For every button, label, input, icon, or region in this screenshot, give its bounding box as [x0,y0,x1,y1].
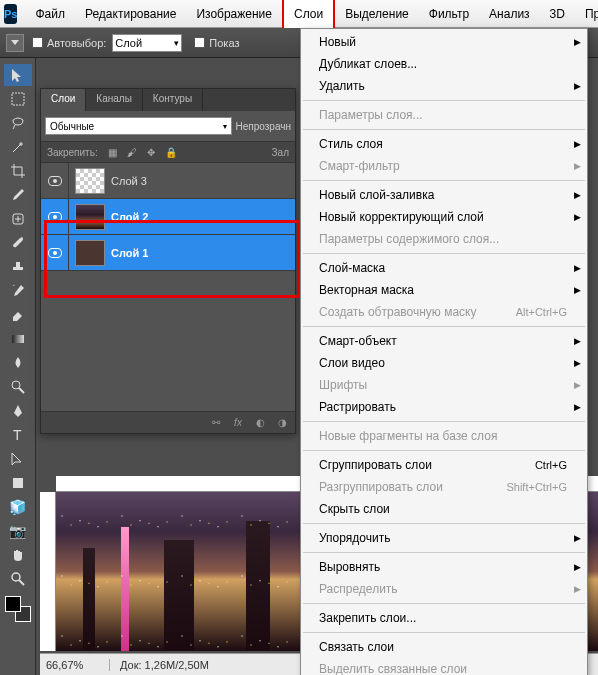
path-tool[interactable] [4,448,32,470]
blur-tool[interactable] [4,352,32,374]
menu-изображение[interactable]: Изображение [186,0,282,27]
visibility-toggle[interactable] [41,235,69,270]
menu-про[interactable]: Про [575,0,598,27]
autoselect-checkbox[interactable] [32,37,43,48]
visibility-toggle[interactable] [41,199,69,234]
visibility-toggle[interactable] [41,163,69,198]
dodge-tool[interactable] [4,376,32,398]
gradient-tool[interactable] [4,328,32,350]
wand-tool[interactable] [4,136,32,158]
menu-item-label: Параметры слоя... [319,108,423,122]
mask-icon[interactable]: ◐ [253,417,267,428]
menu-3d[interactable]: 3D [540,0,575,27]
menu-слои[interactable]: Слои [282,0,335,28]
layer-row[interactable]: Слой 2 [41,199,295,235]
adjustment-icon[interactable]: ◑ [275,417,289,428]
submenu-arrow-icon: ▶ [574,380,581,390]
autoselect-select[interactable]: Слой [112,34,182,52]
crop-tool[interactable] [4,160,32,182]
menu-separator [303,129,585,130]
menu-файл[interactable]: Файл [25,0,75,27]
menu-item[interactable]: Скрыть слои [301,498,587,520]
menu-item[interactable]: Новый▶ [301,31,587,53]
stamp-tool[interactable] [4,256,32,278]
layer-row[interactable]: Слой 3 [41,163,295,199]
tool-preset-picker[interactable] [6,34,24,52]
submenu-arrow-icon: ▶ [574,81,581,91]
lock-transparent-icon[interactable]: ▦ [108,147,117,158]
menu-item-label: Стиль слоя [319,137,383,151]
layer-name[interactable]: Слой 1 [111,247,148,259]
menu-item-label: Смарт-фильтр [319,159,400,173]
lock-pixels-icon[interactable]: 🖌 [127,147,137,158]
layer-thumbnail[interactable] [75,204,105,230]
lasso-tool[interactable] [4,112,32,134]
menu-item[interactable]: Дубликат слоев... [301,53,587,75]
menu-item[interactable]: Смарт-объект▶ [301,330,587,352]
menu-item[interactable]: Стиль слоя▶ [301,133,587,155]
menu-item-label: Выровнять [319,560,380,574]
pen-tool[interactable] [4,400,32,422]
fx-icon[interactable]: fx [231,417,245,428]
eyedropper-tool[interactable] [4,184,32,206]
docsize-display[interactable]: Док: 1,26M/2,50M [110,659,219,671]
lock-row: Закрепить: ▦ 🖌 ✥ 🔒 Зал [41,141,295,163]
menu-item[interactable]: Выровнять▶ [301,556,587,578]
heal-tool[interactable] [4,208,32,230]
opacity-label: Непрозрачн [236,121,291,132]
menu-item-label: Распределить [319,582,398,596]
brush-tool[interactable] [4,232,32,254]
eraser-tool[interactable] [4,304,32,326]
shape-tool[interactable] [4,472,32,494]
link-layers-icon[interactable]: ⚯ [209,417,223,428]
zoom-tool[interactable] [4,568,32,590]
layer-name[interactable]: Слой 2 [111,211,148,223]
panel-tab[interactable]: Слои [41,89,86,111]
menu-item[interactable]: Слои видео▶ [301,352,587,374]
menu-item[interactable]: Новый слой-заливка▶ [301,184,587,206]
layers-menu-dropdown: Новый▶Дубликат слоев...Удалить▶Параметры… [300,28,588,675]
panel-tab[interactable]: Каналы [86,89,143,111]
menu-item[interactable]: Связать слои [301,636,587,658]
menu-item-label: Новый корректирующий слой [319,210,484,224]
menu-item[interactable]: Упорядочить▶ [301,527,587,549]
layers-empty-area[interactable] [41,271,295,411]
move-tool[interactable] [4,64,32,86]
blend-mode-select[interactable]: Обычные [45,117,232,135]
menu-item[interactable]: Векторная маска▶ [301,279,587,301]
menu-item[interactable]: Новый корректирующий слой▶ [301,206,587,228]
show-checkbox[interactable] [194,37,205,48]
menu-item: Параметры содержимого слоя... [301,228,587,250]
color-swatches[interactable] [5,596,31,622]
zoom-display[interactable]: 66,67% [40,659,110,671]
history-brush-tool[interactable] [4,280,32,302]
lock-position-icon[interactable]: ✥ [147,147,155,158]
submenu-arrow-icon: ▶ [574,285,581,295]
menu-выделение[interactable]: Выделение [335,0,419,27]
layer-thumbnail[interactable] [75,168,105,194]
layer-thumbnail[interactable] [75,240,105,266]
menu-separator [303,450,585,451]
show-label: Показ [209,37,239,49]
menu-item[interactable]: Растрировать▶ [301,396,587,418]
layer-name[interactable]: Слой 3 [111,175,147,187]
lock-label: Закрепить: [47,147,98,158]
3d-tool[interactable]: 🧊 [4,496,32,518]
panel-tab[interactable]: Контуры [143,89,203,111]
menu-анализ[interactable]: Анализ [479,0,540,27]
hand-tool[interactable] [4,544,32,566]
menu-фильтр[interactable]: Фильтр [419,0,479,27]
marquee-tool[interactable] [4,88,32,110]
ruler-vertical[interactable] [40,492,56,651]
menu-item[interactable]: Закрепить слои... [301,607,587,629]
menu-item[interactable]: Удалить▶ [301,75,587,97]
layer-row[interactable]: Слой 1 [41,235,295,271]
menu-item[interactable]: Слой-маска▶ [301,257,587,279]
menu-редактирование[interactable]: Редактирование [75,0,186,27]
menu-item[interactable]: Сгруппировать слоиCtrl+G [301,454,587,476]
menu-item-label: Растрировать [319,400,396,414]
lock-all-icon[interactable]: 🔒 [165,147,177,158]
3d-camera-tool[interactable]: 📷 [4,520,32,542]
type-tool[interactable]: T [4,424,32,446]
menu-separator [303,253,585,254]
